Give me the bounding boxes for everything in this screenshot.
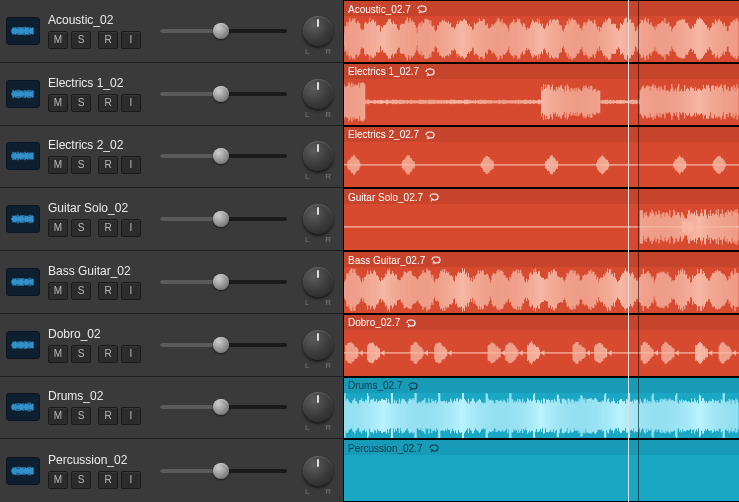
audio-region[interactable]: Electrics 2_02.7 <box>343 126 739 189</box>
record-enable-button[interactable]: R <box>98 31 118 49</box>
solo-button[interactable]: S <box>71 471 91 489</box>
record-enable-button[interactable]: R <box>98 94 118 112</box>
pan-labels: LR <box>303 110 333 119</box>
mute-button[interactable]: M <box>48 282 68 300</box>
record-enable-button[interactable]: R <box>98 219 118 237</box>
svg-marker-1761 <box>448 350 452 356</box>
audio-region[interactable]: Drums_02.7 <box>343 377 739 440</box>
mute-button[interactable]: M <box>48 219 68 237</box>
record-enable-button[interactable]: R <box>98 156 118 174</box>
loop-icon <box>427 443 441 453</box>
waveform <box>344 204 739 250</box>
record-enable-button[interactable]: R <box>98 345 118 363</box>
region-header: Percussion_02.7 <box>344 440 739 455</box>
record-enable-button[interactable]: R <box>98 282 118 300</box>
fader-thumb[interactable] <box>213 211 229 227</box>
mute-button[interactable]: M <box>48 156 68 174</box>
pan-knob[interactable]: LR <box>303 141 333 171</box>
fader-thumb[interactable] <box>213 23 229 39</box>
solo-button[interactable]: S <box>71 156 91 174</box>
track-button-row: MSRI <box>48 219 148 237</box>
solo-button[interactable]: S <box>71 282 91 300</box>
fader-thumb[interactable] <box>213 148 229 164</box>
volume-fader[interactable] <box>156 280 291 284</box>
input-monitor-button[interactable]: I <box>121 471 141 489</box>
volume-fader[interactable] <box>156 217 291 221</box>
track-info: Dobro_02MSRI <box>48 327 148 363</box>
region-name-label: Drums_02.7 <box>348 380 402 391</box>
region-name-label: Electrics 2_02.7 <box>348 129 419 140</box>
input-monitor-button[interactable]: I <box>121 31 141 49</box>
input-monitor-button[interactable]: I <box>121 94 141 112</box>
svg-marker-1763 <box>519 350 523 356</box>
pan-knob[interactable]: LR <box>303 16 333 46</box>
pan-knob[interactable]: LR <box>303 79 333 109</box>
arrange-area[interactable]: Acoustic_02.7Electrics 1_02.7Electrics 2… <box>343 0 739 502</box>
region-name-label: Bass Guitar_02.7 <box>348 255 425 266</box>
audio-region[interactable]: Dobro_02.7 <box>343 314 739 377</box>
audio-region[interactable]: Acoustic_02.7 <box>343 0 739 63</box>
daw-window: Acoustic_02MSRILRElectrics 1_02MSRILREle… <box>0 0 739 502</box>
track-name-label: Guitar Solo_02 <box>48 201 148 215</box>
loop-icon <box>406 381 420 391</box>
pan-knob[interactable]: LR <box>303 330 333 360</box>
track-header[interactable]: Bass Guitar_02MSRILR <box>0 251 343 314</box>
audio-region[interactable]: Bass Guitar_02.7 <box>343 251 739 314</box>
input-monitor-button[interactable]: I <box>121 407 141 425</box>
track-info: Drums_02MSRI <box>48 389 148 425</box>
track-info: Bass Guitar_02MSRI <box>48 264 148 300</box>
input-monitor-button[interactable]: I <box>121 156 141 174</box>
volume-fader[interactable] <box>156 405 291 409</box>
mute-button[interactable]: M <box>48 31 68 49</box>
solo-button[interactable]: S <box>71 345 91 363</box>
track-header[interactable]: Electrics 1_02MSRILR <box>0 63 343 126</box>
volume-fader[interactable] <box>156 343 291 347</box>
solo-button[interactable]: S <box>71 407 91 425</box>
input-monitor-button[interactable]: I <box>121 282 141 300</box>
loop-icon <box>427 192 441 202</box>
fader-thumb[interactable] <box>213 463 229 479</box>
audio-region[interactable]: Guitar Solo_02.7 <box>343 188 739 251</box>
waveform <box>344 330 739 376</box>
fader-thumb[interactable] <box>213 86 229 102</box>
fader-thumb[interactable] <box>213 274 229 290</box>
solo-button[interactable]: S <box>71 94 91 112</box>
mute-button[interactable]: M <box>48 345 68 363</box>
track-header[interactable]: Electrics 2_02MSRILR <box>0 126 343 189</box>
mute-button[interactable]: M <box>48 471 68 489</box>
track-header[interactable]: Percussion_02MSRILR <box>0 439 343 502</box>
audio-region[interactable]: Electrics 1_02.7 <box>343 63 739 126</box>
solo-button[interactable]: S <box>71 219 91 237</box>
pan-knob[interactable]: LR <box>303 267 333 297</box>
pan-knob[interactable]: LR <box>303 204 333 234</box>
track-name-label: Electrics 1_02 <box>48 76 148 90</box>
solo-button[interactable]: S <box>71 31 91 49</box>
track-name-label: Drums_02 <box>48 389 148 403</box>
svg-marker-1766 <box>608 350 612 356</box>
record-enable-button[interactable]: R <box>98 471 118 489</box>
fader-thumb[interactable] <box>213 399 229 415</box>
volume-fader[interactable] <box>156 154 291 158</box>
pan-knob[interactable]: LR <box>303 456 333 486</box>
input-monitor-button[interactable]: I <box>121 219 141 237</box>
track-header[interactable]: Acoustic_02MSRILR <box>0 0 343 63</box>
volume-fader[interactable] <box>156 29 291 33</box>
fader-thumb[interactable] <box>213 337 229 353</box>
track-header[interactable]: Guitar Solo_02MSRILR <box>0 188 343 251</box>
mute-button[interactable]: M <box>48 407 68 425</box>
volume-fader[interactable] <box>156 92 291 96</box>
audio-region[interactable]: Percussion_02.7 <box>343 439 739 502</box>
input-monitor-button[interactable]: I <box>121 345 141 363</box>
audio-track-icon <box>6 393 40 421</box>
pan-labels: LR <box>303 361 333 370</box>
region-header: Drums_02.7 <box>344 378 739 393</box>
track-header[interactable]: Drums_02MSRILR <box>0 377 343 440</box>
track-header[interactable]: Dobro_02MSRILR <box>0 314 343 377</box>
volume-fader[interactable] <box>156 469 291 473</box>
svg-marker-1769 <box>708 350 712 356</box>
record-enable-button[interactable]: R <box>98 407 118 425</box>
mute-button[interactable]: M <box>48 94 68 112</box>
audio-track-icon <box>6 457 40 485</box>
pan-knob[interactable]: LR <box>303 392 333 422</box>
audio-track-icon <box>6 331 40 359</box>
